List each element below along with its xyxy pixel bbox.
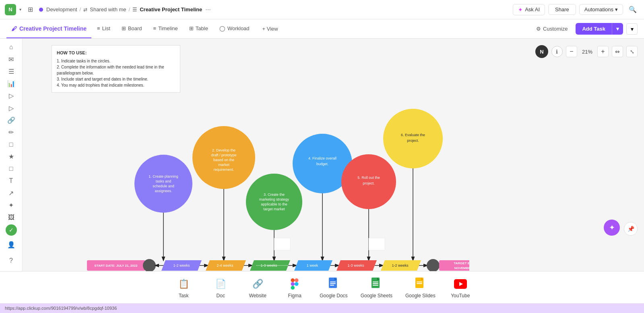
svg-text:2. Develop the: 2. Develop the [212, 148, 235, 152]
pin-button[interactable]: 📌 [624, 222, 638, 236]
svg-text:3. Create the: 3. Create the [264, 193, 285, 197]
google-slides-icon [413, 277, 427, 291]
sidebar-home[interactable]: ⌂ [4, 42, 19, 52]
breadcrumb-title: Creative Project Timeline [140, 6, 202, 12]
svg-text:START DATE: JULY 21, 2022: START DATE: JULY 21, 2022 [94, 264, 138, 267]
instruction-1: 1. Indicate tasks in the circles. [57, 58, 175, 64]
breadcrumb-shared[interactable]: Shared with me [90, 6, 126, 12]
sidebar-arrow[interactable]: ↗ [4, 188, 19, 198]
sidebar-sticky[interactable]: □ [4, 164, 19, 174]
svg-text:1 week: 1 week [307, 263, 318, 267]
svg-text:5. Roll out the: 5. Roll out the [357, 176, 380, 180]
sidebar-ai-magic[interactable]: ✦ [4, 200, 19, 211]
bt-task[interactable]: 📋 Task [171, 277, 196, 298]
svg-point-56 [427, 259, 440, 271]
tab-timeline[interactable]: ≡ Timeline [148, 19, 184, 38]
svg-text:1-2 weeks: 1-2 weeks [392, 263, 409, 267]
sidebar-inbox[interactable]: ✉ [4, 54, 19, 64]
sidebar-pencil[interactable]: ✏ [4, 127, 19, 137]
sidebar-text[interactable]: T [4, 176, 19, 186]
nav-tab-whiteboard[interactable]: 🖌 Creative Project Timeline [6, 19, 91, 38]
sidebar-list[interactable]: ☰ [4, 66, 19, 77]
zoom-in-button[interactable]: + [597, 46, 609, 57]
svg-text:draft / prototype: draft / prototype [211, 153, 236, 157]
nav-right-actions: ⚙ Customize Add Task ▾ ▾ [531, 19, 638, 38]
canvas-toolbar: N ℹ − 21% + ⇔ ⤡ [535, 45, 638, 58]
tab-board[interactable]: ⊞ Board [116, 19, 148, 38]
svg-text:budget.: budget. [316, 162, 328, 166]
svg-text:NOVEMBER 3, 2022: NOVEMBER 3, 2022 [454, 266, 469, 270]
list-icon: ≡ [97, 25, 100, 31]
checkmark-badge[interactable]: ✓ [6, 224, 17, 236]
bt-task-label: Task [179, 293, 189, 298]
topbar-actions: ✦ Ask AI Share Automations ▾ 🔍 [513, 3, 639, 16]
whiteboard-canvas[interactable]: HOW TO USE: 1. Indicate tasks in the cir… [23, 39, 644, 271]
bt-doc-label: Doc [217, 293, 225, 298]
sidebar-pulse[interactable]: ▷ [4, 103, 19, 113]
bt-website[interactable]: 🔗 Website [246, 277, 270, 298]
bt-google-sheets-label: Google Sheets [361, 293, 392, 298]
board-icon: ⊞ [122, 25, 126, 31]
bt-doc[interactable]: 📄 Doc [208, 277, 233, 298]
svg-rect-69 [330, 285, 334, 286]
bt-google-sheets[interactable]: Google Sheets [361, 277, 392, 298]
user-avatar[interactable]: N [5, 4, 16, 15]
svg-point-63 [295, 282, 299, 286]
tab-table[interactable]: ⊞ Table [184, 19, 214, 38]
bt-youtube[interactable]: YouTube [448, 277, 473, 298]
ai-fab-button[interactable]: ✦ [604, 220, 620, 236]
fit-to-screen-button[interactable]: ⇔ [612, 46, 623, 57]
tab-list[interactable]: ≡ List [91, 19, 116, 38]
add-view-button[interactable]: + View [257, 19, 284, 38]
settings-icon: ⚙ [536, 26, 541, 32]
svg-rect-72 [373, 283, 378, 284]
sidebar-goals[interactable]: ▷ [4, 91, 19, 101]
share-button[interactable]: Share [548, 4, 576, 15]
whiteboard-icon: 🖌 [11, 25, 17, 32]
svg-text:assignees.: assignees. [155, 189, 172, 193]
instructions-title: HOW TO USE: [57, 50, 175, 56]
svg-rect-76 [417, 283, 422, 284]
timeline-icon: ≡ [153, 25, 157, 31]
canvas-user-avatar: N [535, 45, 548, 58]
sidebar-toggle[interactable]: ⊞ [25, 4, 36, 15]
svg-text:4. Finalize overall: 4. Finalize overall [308, 156, 336, 160]
ask-ai-button[interactable]: ✦ Ask AI [513, 4, 545, 15]
sidebar-analytics[interactable]: 📊 [4, 79, 19, 89]
svg-point-11 [246, 174, 302, 230]
sidebar-star[interactable]: ★ [4, 151, 19, 162]
automations-chevron: ▾ [615, 6, 618, 12]
sidebar-user[interactable]: 👤 [4, 237, 19, 252]
avatar-chevron[interactable]: ▾ [19, 7, 21, 12]
bt-google-docs[interactable]: Google Docs [320, 277, 347, 298]
google-docs-icon [326, 277, 341, 291]
expand-button[interactable]: ▾ [626, 23, 638, 35]
sidebar-bottom: ✓ 👤 ? [4, 224, 19, 268]
add-task-chevron[interactable]: ▾ [612, 23, 623, 35]
zoom-out-button[interactable]: − [566, 46, 577, 57]
automations-button[interactable]: Automations ▾ [579, 4, 623, 15]
bt-figma[interactable]: Figma [283, 277, 307, 298]
customize-button[interactable]: ⚙ Customize [531, 24, 572, 34]
add-task-button[interactable]: Add Task ▾ [576, 23, 623, 35]
breadcrumb-dev[interactable]: Development [46, 6, 77, 12]
bt-google-docs-label: Google Docs [320, 293, 347, 298]
topbar: N ▾ ⊞ Development / ⇄ Shared with me / ☰… [0, 0, 644, 19]
search-button[interactable]: 🔍 [626, 3, 639, 16]
svg-rect-32 [369, 238, 385, 250]
svg-text:tasks and: tasks and [156, 179, 171, 183]
sidebar-link[interactable]: 🔗 [4, 115, 19, 125]
sidebar-help[interactable]: ? [4, 253, 19, 268]
canvas-info-button[interactable]: ℹ [551, 46, 563, 57]
svg-text:1-3 weeks: 1-3 weeks [347, 263, 364, 267]
svg-rect-67 [330, 282, 336, 282]
status-bar: https://app.clickup.com/9016194799/v/wb/… [0, 303, 644, 313]
sidebar-box[interactable]: □ [4, 139, 19, 150]
svg-point-5 [192, 126, 255, 189]
bt-google-slides[interactable]: Google Slides [405, 277, 436, 298]
sidebar-image[interactable]: 🖼 [4, 212, 19, 223]
fullscreen-button[interactable]: ⤡ [626, 46, 638, 57]
youtube-icon [453, 277, 468, 291]
tab-workload[interactable]: ◯ Workload [214, 19, 255, 38]
more-button[interactable]: ··· [205, 6, 211, 13]
